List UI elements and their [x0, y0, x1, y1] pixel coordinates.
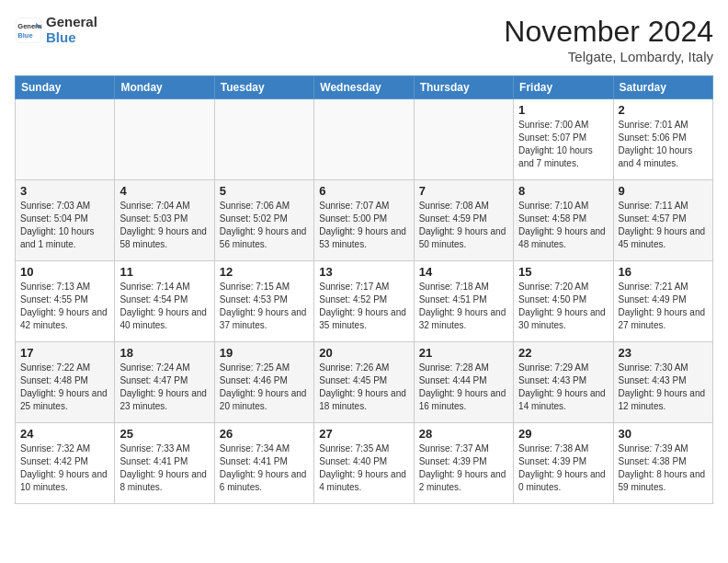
- weekday-header-sunday: Sunday: [16, 76, 115, 99]
- day-info: Sunset: 4:39 PM: [518, 455, 608, 468]
- day-number: 15: [518, 265, 608, 279]
- day-info: Sunset: 4:45 PM: [319, 374, 408, 387]
- calendar-cell: 13Sunrise: 7:17 AMSunset: 4:52 PMDayligh…: [314, 261, 414, 342]
- calendar-week-4: 17Sunrise: 7:22 AMSunset: 4:48 PMDayligh…: [16, 342, 713, 423]
- day-info: Daylight: 9 hours and 45 minutes.: [619, 225, 708, 251]
- day-number: 21: [419, 346, 508, 360]
- day-info: Sunset: 4:49 PM: [619, 293, 708, 306]
- day-info: Daylight: 9 hours and 6 minutes.: [220, 468, 309, 494]
- day-number: 20: [319, 346, 408, 360]
- logo-blue-text: Blue: [46, 30, 97, 46]
- logo-text: General Blue: [46, 15, 97, 45]
- day-info: Sunrise: 7:28 AM: [419, 362, 508, 374]
- weekday-header-monday: Monday: [115, 76, 214, 99]
- day-info: Daylight: 9 hours and 56 minutes.: [220, 225, 309, 251]
- day-info: Daylight: 9 hours and 0 minutes.: [518, 468, 608, 494]
- day-number: 7: [419, 184, 508, 198]
- day-number: 30: [619, 427, 708, 441]
- calendar-cell: [115, 99, 214, 180]
- day-info: Sunset: 4:40 PM: [319, 455, 408, 468]
- day-info: Sunset: 4:42 PM: [20, 455, 109, 468]
- day-number: 24: [20, 427, 109, 441]
- day-info: Sunrise: 7:15 AM: [220, 281, 309, 293]
- day-info: Sunrise: 7:11 AM: [619, 200, 708, 213]
- day-info: Daylight: 9 hours and 35 minutes.: [319, 306, 408, 332]
- day-info: Sunset: 4:59 PM: [419, 213, 508, 225]
- calendar-cell: [314, 99, 414, 180]
- calendar-cell: [414, 99, 513, 180]
- calendar-cell: 29Sunrise: 7:38 AMSunset: 4:39 PMDayligh…: [514, 423, 613, 504]
- day-info: Sunrise: 7:17 AM: [319, 281, 408, 293]
- calendar-cell: 11Sunrise: 7:14 AMSunset: 4:54 PMDayligh…: [115, 261, 214, 342]
- day-info: Sunrise: 7:13 AM: [20, 281, 109, 293]
- day-info: Sunrise: 7:22 AM: [20, 362, 109, 374]
- day-number: 19: [220, 346, 309, 360]
- calendar-cell: 30Sunrise: 7:39 AMSunset: 4:38 PMDayligh…: [613, 423, 712, 504]
- day-number: 18: [119, 346, 209, 360]
- day-info: Daylight: 9 hours and 32 minutes.: [419, 306, 508, 332]
- calendar-cell: 28Sunrise: 7:37 AMSunset: 4:39 PMDayligh…: [414, 423, 513, 504]
- logo-general-text: General: [46, 15, 97, 30]
- calendar-cell: 27Sunrise: 7:35 AMSunset: 4:40 PMDayligh…: [314, 423, 414, 504]
- calendar-week-2: 3Sunrise: 7:03 AMSunset: 5:04 PMDaylight…: [16, 180, 713, 261]
- day-info: Sunset: 5:00 PM: [319, 213, 408, 225]
- day-info: Daylight: 9 hours and 53 minutes.: [319, 225, 408, 251]
- logo-icon: General Blue: [15, 17, 42, 44]
- day-number: 10: [20, 265, 109, 279]
- day-number: 16: [619, 265, 708, 279]
- calendar-cell: 2Sunrise: 7:01 AMSunset: 5:06 PMDaylight…: [613, 99, 712, 180]
- day-info: Sunset: 4:48 PM: [20, 374, 109, 387]
- day-info: Sunrise: 7:01 AM: [619, 119, 708, 132]
- day-number: 27: [319, 427, 408, 441]
- day-info: Daylight: 9 hours and 58 minutes.: [119, 225, 209, 251]
- day-info: Sunrise: 7:39 AM: [619, 442, 708, 455]
- day-info: Sunset: 4:51 PM: [419, 293, 508, 306]
- weekday-header-thursday: Thursday: [414, 76, 513, 99]
- weekday-header-row: SundayMondayTuesdayWednesdayThursdayFrid…: [16, 76, 713, 99]
- day-info: Sunrise: 7:32 AM: [20, 442, 109, 455]
- calendar-cell: 6Sunrise: 7:07 AMSunset: 5:00 PMDaylight…: [314, 180, 414, 261]
- day-info: Daylight: 9 hours and 40 minutes.: [119, 306, 209, 332]
- day-info: Daylight: 10 hours and 4 minutes.: [619, 144, 708, 170]
- day-info: Sunrise: 7:25 AM: [220, 362, 309, 374]
- day-info: Daylight: 9 hours and 2 minutes.: [419, 468, 508, 494]
- svg-text:Blue: Blue: [17, 30, 32, 39]
- day-info: Sunrise: 7:35 AM: [319, 442, 408, 455]
- month-title: November 2024: [504, 15, 713, 49]
- calendar-cell: 7Sunrise: 7:08 AMSunset: 4:59 PMDaylight…: [414, 180, 513, 261]
- location: Telgate, Lombardy, Italy: [504, 49, 713, 64]
- day-info: Sunset: 5:04 PM: [20, 213, 109, 225]
- day-number: 26: [220, 427, 309, 441]
- calendar-cell: 20Sunrise: 7:26 AMSunset: 4:45 PMDayligh…: [314, 342, 414, 423]
- calendar-week-1: 1Sunrise: 7:00 AMSunset: 5:07 PMDaylight…: [16, 99, 713, 180]
- day-info: Sunrise: 7:18 AM: [419, 281, 508, 293]
- calendar-cell: 26Sunrise: 7:34 AMSunset: 4:41 PMDayligh…: [214, 423, 313, 504]
- calendar-cell: 22Sunrise: 7:29 AMSunset: 4:43 PMDayligh…: [514, 342, 613, 423]
- day-number: 5: [220, 184, 309, 198]
- day-number: 3: [20, 184, 109, 198]
- day-info: Daylight: 8 hours and 59 minutes.: [619, 468, 708, 494]
- calendar-cell: 1Sunrise: 7:00 AMSunset: 5:07 PMDaylight…: [514, 99, 613, 180]
- day-info: Daylight: 9 hours and 37 minutes.: [220, 306, 309, 332]
- day-info: Sunrise: 7:03 AM: [20, 200, 109, 213]
- day-info: Sunset: 4:53 PM: [220, 293, 309, 306]
- day-info: Sunrise: 7:08 AM: [419, 200, 508, 213]
- calendar-header: SundayMondayTuesdayWednesdayThursdayFrid…: [16, 76, 713, 99]
- day-number: 28: [419, 427, 508, 441]
- day-info: Daylight: 9 hours and 50 minutes.: [419, 225, 508, 251]
- day-info: Sunset: 5:03 PM: [119, 213, 209, 225]
- day-number: 4: [119, 184, 209, 198]
- calendar-cell: 12Sunrise: 7:15 AMSunset: 4:53 PMDayligh…: [214, 261, 313, 342]
- day-info: Sunrise: 7:07 AM: [319, 200, 408, 213]
- day-info: Daylight: 9 hours and 42 minutes.: [20, 306, 109, 332]
- day-info: Daylight: 9 hours and 8 minutes.: [119, 468, 209, 494]
- calendar-cell: 23Sunrise: 7:30 AMSunset: 4:43 PMDayligh…: [613, 342, 712, 423]
- day-info: Sunset: 4:41 PM: [220, 455, 309, 468]
- day-info: Sunrise: 7:10 AM: [518, 200, 608, 213]
- day-info: Sunset: 5:07 PM: [518, 132, 608, 144]
- day-info: Daylight: 9 hours and 18 minutes.: [319, 387, 408, 413]
- day-info: Sunrise: 7:29 AM: [518, 362, 608, 374]
- header: General Blue General Blue November 2024 …: [15, 15, 713, 64]
- calendar-cell: 15Sunrise: 7:20 AMSunset: 4:50 PMDayligh…: [514, 261, 613, 342]
- day-info: Sunrise: 7:06 AM: [220, 200, 309, 213]
